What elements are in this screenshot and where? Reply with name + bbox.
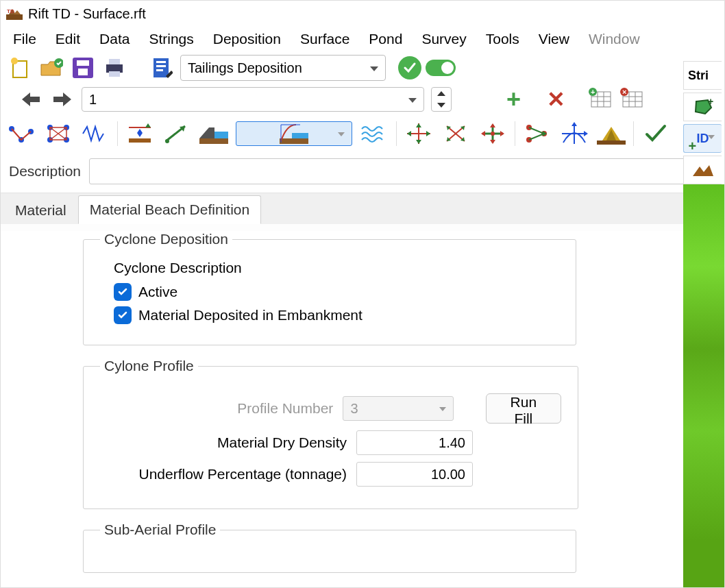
panel-area: Cyclone Deposition Cyclone Description A… <box>1 231 724 587</box>
svg-rect-47 <box>214 132 228 138</box>
new-file-icon[interactable] <box>6 54 34 82</box>
svg-marker-57 <box>407 131 411 136</box>
edit-note-icon[interactable] <box>149 54 176 82</box>
cyclone-legend: Cyclone Deposition <box>100 231 232 247</box>
profile-number-select: 3 <box>343 396 454 421</box>
curve-dam-icon[interactable] <box>236 121 352 146</box>
menu-view[interactable]: View <box>529 29 579 49</box>
underflow-label: Underflow Percentage (tonnage) <box>100 466 347 482</box>
water-waves-icon[interactable] <box>359 119 389 149</box>
menu-deposition[interactable]: Deposition <box>204 29 291 49</box>
svg-rect-12 <box>109 71 120 77</box>
svg-text:×: × <box>622 88 626 96</box>
index-spinner[interactable] <box>431 87 452 112</box>
arrows-cross-icon[interactable] <box>441 119 471 149</box>
active-checkbox[interactable] <box>114 283 132 301</box>
right-tab-stri[interactable]: Stri <box>683 61 722 90</box>
menu-data[interactable]: Data <box>90 29 139 49</box>
arrows-in-icon[interactable] <box>404 119 434 149</box>
apply-icon[interactable] <box>398 56 421 79</box>
menu-edit[interactable]: Edit <box>46 29 90 49</box>
svg-marker-68 <box>490 123 495 127</box>
menu-survey[interactable]: Survey <box>412 29 476 49</box>
dam-icon[interactable] <box>596 119 626 149</box>
polyline-icon[interactable] <box>6 119 36 149</box>
cyclone-deposition-group: Cyclone Deposition Cyclone Description A… <box>83 231 576 345</box>
description-row: Description <box>1 153 724 193</box>
mode-dropdown[interactable]: Tailings Deposition <box>180 55 386 81</box>
active-label: Active <box>138 284 177 300</box>
menu-strings[interactable]: Strings <box>139 29 203 49</box>
wave-icon[interactable] <box>80 119 110 149</box>
svg-rect-16 <box>156 69 163 71</box>
underflow-input[interactable] <box>356 462 473 487</box>
quad-icon[interactable] <box>43 119 73 149</box>
menu-window[interactable]: Window <box>579 29 650 49</box>
svg-marker-71 <box>500 131 504 136</box>
spinner-down-icon[interactable] <box>432 99 451 111</box>
menu-tools[interactable]: Tools <box>476 29 529 49</box>
delete-icon[interactable]: ✕ <box>547 88 565 110</box>
svg-rect-49 <box>280 138 308 144</box>
right-side-panel: Stri + ID+ <box>683 61 724 588</box>
print-icon[interactable] <box>101 54 128 82</box>
right-tab-terrain[interactable] <box>683 156 722 184</box>
density-input[interactable] <box>356 430 473 455</box>
svg-rect-15 <box>156 65 166 67</box>
open-file-icon[interactable] <box>38 54 65 82</box>
check-icon[interactable] <box>641 119 671 149</box>
svg-point-44 <box>165 139 169 143</box>
run-fill-button[interactable]: Run Fill <box>486 393 561 424</box>
svg-text:TD: TD <box>7 8 14 14</box>
toolbar-nav: 1 + ✕ + × <box>1 84 724 114</box>
density-label: Material Dry Density <box>100 434 347 451</box>
svg-text:+: + <box>591 88 595 96</box>
svg-rect-80 <box>597 140 626 145</box>
spinner-up-icon[interactable] <box>432 88 451 99</box>
level-height-icon[interactable] <box>125 119 155 149</box>
save-icon[interactable] <box>69 54 97 82</box>
embankment-label: Material Deposited in Embankment <box>138 307 362 323</box>
subaerial-legend: Sub-Aerial Profile <box>100 522 220 538</box>
svg-point-67 <box>491 132 495 136</box>
profile-legend: Cylone Profile <box>100 358 198 374</box>
embankment-checkbox[interactable] <box>114 306 132 324</box>
menu-pond[interactable]: Pond <box>359 29 412 49</box>
tab-material[interactable]: Material <box>3 196 78 224</box>
svg-text:+: + <box>708 98 713 107</box>
window-title: Rift TD - Surface.rft <box>28 6 146 22</box>
menu-file[interactable]: File <box>3 29 46 49</box>
svg-marker-42 <box>145 123 151 127</box>
right-tab-id[interactable]: ID+ <box>683 124 722 153</box>
description-label: Description <box>9 163 81 180</box>
subaerial-profile-group: Sub-Aerial Profile <box>83 522 576 573</box>
svg-marker-46 <box>199 127 214 138</box>
svg-rect-50 <box>292 133 308 138</box>
menu-surface[interactable]: Surface <box>291 29 359 49</box>
nav-forward-icon[interactable] <box>50 87 75 112</box>
arrows-plus-icon[interactable] <box>478 119 508 149</box>
svg-rect-0 <box>6 14 23 20</box>
svg-marker-40 <box>137 129 143 133</box>
right-tab-shape[interactable]: + <box>683 93 722 121</box>
cyclone-profile-group: Cylone Profile Profile Number 3 Run Fill… <box>83 358 578 509</box>
description-input[interactable] <box>89 158 716 184</box>
nodes-branch-icon[interactable] <box>522 119 552 149</box>
axis-curve-icon[interactable] <box>559 119 589 149</box>
svg-marker-78 <box>572 122 577 126</box>
menu-bar: File Edit Data Strings Deposition Surfac… <box>1 27 724 51</box>
dam-section-icon[interactable] <box>199 119 229 149</box>
svg-marker-79 <box>584 131 588 136</box>
nav-back-icon[interactable] <box>19 87 43 112</box>
svg-marker-56 <box>416 140 421 144</box>
svg-marker-2 <box>14 10 21 14</box>
svg-marker-55 <box>416 123 421 127</box>
toggle-switch[interactable] <box>426 60 456 76</box>
index-dropdown[interactable]: 1 <box>82 87 424 112</box>
grid-add-icon[interactable]: + <box>587 88 612 112</box>
svg-rect-14 <box>156 61 166 63</box>
slope-up-icon[interactable] <box>162 119 192 149</box>
add-icon[interactable]: + <box>506 87 521 112</box>
grid-delete-icon[interactable]: × <box>619 88 643 112</box>
tab-material-beach[interactable]: Material Beach Definition <box>78 195 261 224</box>
